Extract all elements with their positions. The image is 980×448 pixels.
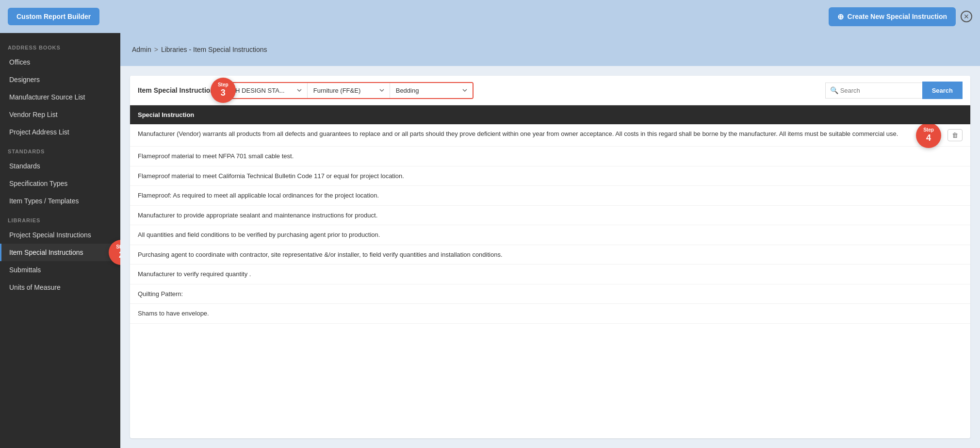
sidebar-section-label: STANDARDS xyxy=(0,141,120,157)
sidebar-item-project-special-instructions[interactable]: Project Special Instructions xyxy=(0,226,120,244)
sidebar-item-submittals[interactable]: Submittals xyxy=(0,261,120,279)
table-row: Manufacturer to provide appropriate seal… xyxy=(130,206,970,226)
layout: ADDRESS BOOKSOfficesDesignersManufacture… xyxy=(0,33,980,448)
table-row: Shams to have envelope. xyxy=(130,304,970,324)
filter-label: Item Special Instructions xyxy=(138,86,218,94)
top-bar: Custom Report Builder ⊕ Create New Speci… xyxy=(0,0,980,33)
sidebar-section-label: ADDRESS BOOKS xyxy=(0,37,120,53)
table-body: Manufacturer (Vendor) warrants all produ… xyxy=(130,124,970,438)
filter-row: Item Special Instructions Step 3 CH DESI… xyxy=(130,76,970,105)
create-new-special-instruction-button[interactable]: ⊕ Create New Special Instruction xyxy=(829,7,956,26)
custom-report-button[interactable]: Custom Report Builder xyxy=(8,8,99,25)
sidebar-item-item-types-templates[interactable]: Item Types / Templates xyxy=(0,192,120,210)
breadcrumb: Admin > Libraries - Item Special Instruc… xyxy=(120,33,980,66)
step3-word: Step xyxy=(218,82,229,88)
search-icon: 🔍 xyxy=(830,86,838,94)
row-text: Quilting Pattern: xyxy=(138,289,963,299)
table-row: All quantities and field conditions to b… xyxy=(130,225,970,245)
row-actions: Step4🗑 xyxy=(947,129,963,141)
top-bar-left: Custom Report Builder xyxy=(8,8,99,25)
breadcrumb-part1: Admin xyxy=(132,46,151,53)
search-input[interactable] xyxy=(825,83,922,99)
row-text: Shams to have envelope. xyxy=(138,309,963,318)
search-input-wrap: 🔍 xyxy=(825,83,922,99)
step3-num: 3 xyxy=(221,88,226,99)
table-row: Flameproof material to meet NFPA 701 sma… xyxy=(130,147,970,166)
table-row: Flameproof material to meet California T… xyxy=(130,166,970,186)
step3-badge: Step 3 xyxy=(211,78,236,103)
dropdown-category[interactable]: Furniture (FF&E)Option 2Option 3 xyxy=(308,83,390,98)
column-special-instruction: Special Instruction xyxy=(138,111,194,118)
row-text: All quantities and field conditions to b… xyxy=(138,230,963,240)
sidebar: ADDRESS BOOKSOfficesDesignersManufacture… xyxy=(0,33,120,448)
step4-badge: Step4 xyxy=(916,124,941,148)
row-text: Flameproof material to meet California T… xyxy=(138,171,963,181)
step3-wrap: Step 3 CH DESIGN STA...Option 2Option 3 … xyxy=(224,82,474,99)
sidebar-item-standards[interactable]: Standards xyxy=(0,157,120,175)
sidebar-item-offices[interactable]: Offices xyxy=(0,53,120,71)
breadcrumb-separator: > xyxy=(154,46,158,53)
table-header: Special Instruction xyxy=(130,105,970,124)
row-text: Purchasing agent to coordinate with cont… xyxy=(138,250,963,260)
row-text: Manufacturer to provide appropriate seal… xyxy=(138,211,963,220)
table-row: Quilting Pattern: xyxy=(130,284,970,304)
close-button[interactable]: ✕ xyxy=(961,11,972,22)
sidebar-item-units-of-measure[interactable]: Units of Measure xyxy=(0,279,120,296)
sidebar-item-designers[interactable]: Designers xyxy=(0,71,120,88)
close-icon: ✕ xyxy=(964,13,969,20)
row-text: Manufacturer to verify required quantity… xyxy=(138,269,963,279)
dropdown-company[interactable]: CH DESIGN STA...Option 2Option 3 xyxy=(225,83,308,98)
row-text: Flameproof material to meet NFPA 701 sma… xyxy=(138,151,963,161)
sidebar-item-item-special-instructions[interactable]: Item Special InstructionsStep2 xyxy=(0,244,120,261)
sidebar-item-project-address-list[interactable]: Project Address List xyxy=(0,123,120,141)
breadcrumb-part2: Libraries - Item Special Instructions xyxy=(161,46,267,53)
search-button[interactable]: Search xyxy=(922,82,963,99)
delete-button[interactable]: 🗑 xyxy=(947,129,963,141)
table-container: Item Special Instructions Step 3 CH DESI… xyxy=(130,76,970,438)
top-bar-right: ⊕ Create New Special Instruction ✕ xyxy=(829,7,972,26)
content-area: Item Special Instructions Step 3 CH DESI… xyxy=(120,66,980,448)
sidebar-section-label: LIBRARIES xyxy=(0,210,120,226)
sidebar-item-vendor-rep-list[interactable]: Vendor Rep List xyxy=(0,106,120,123)
filter-dropdowns: CH DESIGN STA...Option 2Option 3 Furnitu… xyxy=(224,82,474,99)
sidebar-item-specification-types[interactable]: Specification Types xyxy=(0,175,120,192)
row-text: Flameproof: As required to meet all appl… xyxy=(138,191,963,200)
table-row: Manufacturer to verify required quantity… xyxy=(130,265,970,284)
table-row: Flameproof: As required to meet all appl… xyxy=(130,186,970,206)
sidebar-item-manufacturer-source-list[interactable]: Manufacturer Source List xyxy=(0,88,120,106)
row-text: Manufacturer (Vendor) warrants all produ… xyxy=(138,129,947,139)
dropdown-subcategory[interactable]: BeddingOption 2Option 3 xyxy=(390,83,473,98)
main-content: Admin > Libraries - Item Special Instruc… xyxy=(120,33,980,448)
plus-circle-icon: ⊕ xyxy=(837,12,844,21)
table-row: Manufacturer (Vendor) warrants all produ… xyxy=(130,124,970,147)
search-area: 🔍 Search xyxy=(825,82,963,99)
table-row: Purchasing agent to coordinate with cont… xyxy=(130,245,970,265)
